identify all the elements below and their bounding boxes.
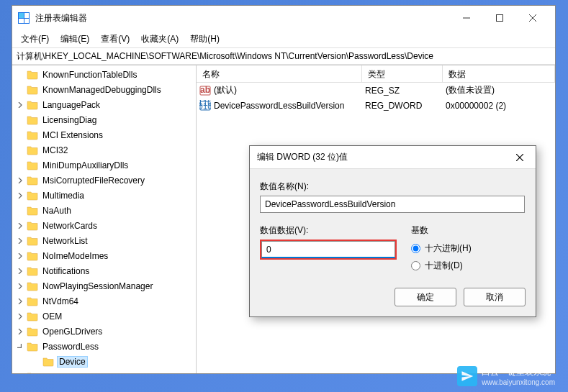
tree-item-label: KnownManagedDebuggingDlls — [41, 84, 163, 96]
tree-item-label: MsiCorruptedFileRecovery — [41, 175, 146, 186]
tree-item[interactable]: MiniDumpAuxiliaryDlls — [12, 158, 196, 173]
tree-item-label: NetworkCards — [41, 220, 99, 232]
tree-item[interactable]: Notifications — [12, 263, 196, 278]
tree-item-label: MCI Extensions — [41, 129, 104, 141]
tree-item[interactable]: Device — [12, 354, 196, 369]
tree-item[interactable]: NtVdm64 — [12, 293, 196, 309]
dialog-body: 数值名称(N): 数值数据(V): 基数 十六进制(H) 十进制(D) — [250, 169, 536, 288]
tree-item[interactable]: NetworkList — [12, 233, 196, 248]
tree-item[interactable]: PasswordLess — [12, 339, 196, 354]
tree-item[interactable]: PeerDist — [12, 369, 196, 373]
maximize-button[interactable] — [483, 7, 516, 29]
radio-dec[interactable]: 十进制(D) — [411, 257, 526, 274]
radio-hex-input[interactable] — [411, 244, 420, 253]
tree-item[interactable]: NowPlayingSessionManager — [12, 278, 196, 293]
tree-item-label: NtVdm64 — [41, 296, 80, 307]
tree-item[interactable]: NaAuth — [12, 203, 196, 218]
watermark: 白云一键重装系统 www.baiyunxitong.com — [457, 366, 555, 386]
cell-type: REG_DWORD — [362, 101, 443, 111]
list-body: ab(默认)REG_SZ(数值未设置)110010DevicePasswordL… — [197, 83, 555, 113]
app-icon — [18, 12, 30, 24]
ok-button[interactable]: 确定 — [395, 288, 456, 306]
tree-item[interactable]: KnownManagedDebuggingDlls — [12, 82, 196, 97]
cell-type: REG_SZ — [362, 86, 443, 96]
close-button[interactable] — [516, 7, 549, 29]
list-row[interactable]: ab(默认)REG_SZ(数值未设置) — [197, 83, 555, 98]
tree-item[interactable]: MsiCorruptedFileRecovery — [12, 173, 196, 188]
minimize-button[interactable] — [450, 7, 483, 29]
data-label: 数值数据(V): — [260, 224, 397, 237]
cell-data: (数值未设置) — [443, 84, 555, 96]
radio-dec-input[interactable] — [411, 261, 420, 270]
watermark-icon — [457, 366, 477, 386]
base-radio-group: 十六进制(H) 十进制(D) — [411, 240, 526, 274]
tree-item-label: Device — [57, 356, 88, 368]
tree-item[interactable]: LicensingDiag — [12, 112, 196, 127]
titlebar: 注册表编辑器 — [12, 6, 555, 30]
tree-item[interactable]: OEM — [12, 309, 196, 324]
tree-item-label: OEM — [41, 311, 63, 322]
cell-name: ab(默认) — [197, 84, 362, 96]
tree-item[interactable]: NetworkCards — [12, 218, 196, 233]
window-controls — [450, 7, 549, 29]
column-name[interactable]: 名称 — [197, 65, 362, 82]
tree-item-label: Notifications — [41, 265, 91, 277]
dialog-title: 编辑 DWORD (32 位)值 — [257, 151, 511, 163]
svg-rect-1 — [497, 15, 503, 22]
name-input[interactable] — [260, 196, 525, 213]
tree-panel[interactable]: KnownFunctionTableDllsKnownManagedDebugg… — [12, 65, 197, 373]
tree-item-label: MiniDumpAuxiliaryDlls — [41, 160, 130, 171]
address-path: 计算机\HKEY_LOCAL_MACHINE\SOFTWARE\Microsof… — [17, 50, 433, 63]
dialog-titlebar[interactable]: 编辑 DWORD (32 位)值 — [250, 146, 536, 169]
tree-item[interactable]: NoImeModeImes — [12, 248, 196, 263]
tree-item[interactable]: MCI32 — [12, 142, 196, 158]
dialog-buttons: 确定 取消 — [250, 288, 536, 316]
menu-view[interactable]: 查看(V) — [95, 31, 135, 47]
svg-text:ab: ab — [200, 85, 210, 95]
list-row[interactable]: 110010DevicePasswordLessBuildVersionREG_… — [197, 98, 555, 113]
tree-item-label: KnownFunctionTableDlls — [41, 69, 138, 81]
tree-item[interactable]: MCI Extensions — [12, 127, 196, 142]
tree-item[interactable]: Multimedia — [12, 188, 196, 203]
list-header: 名称 类型 数据 — [197, 65, 555, 83]
tree-item-label: NowPlayingSessionManager — [41, 281, 154, 292]
tree-item-label: NaAuth — [41, 205, 73, 216]
tree-item-label: LanguagePack — [41, 99, 102, 111]
menu-help[interactable]: 帮助(H) — [184, 31, 225, 47]
tree-item[interactable]: LanguagePack — [12, 97, 196, 112]
name-label: 数值名称(N): — [260, 181, 526, 193]
dialog-close-button[interactable] — [511, 149, 528, 166]
radio-hex[interactable]: 十六进制(H) — [411, 240, 526, 257]
tree-item[interactable]: OpenGLDrivers — [12, 324, 196, 339]
tree-item-label: LicensingDiag — [41, 114, 98, 126]
tree-item-label: OpenGLDrivers — [41, 326, 104, 337]
column-type[interactable]: 类型 — [362, 65, 443, 82]
base-label: 基数 — [411, 224, 526, 237]
menu-edit[interactable]: 编辑(E) — [55, 31, 95, 47]
edit-dword-dialog: 编辑 DWORD (32 位)值 数值名称(N): 数值数据(V): 基数 十六… — [249, 145, 536, 317]
tree-item-label: PasswordLess — [41, 341, 100, 352]
svg-text:010: 010 — [199, 101, 211, 111]
tree-item-label: NoImeModeImes — [41, 250, 109, 262]
watermark-text: 白云一键重装系统 — [482, 366, 555, 378]
menubar: 文件(F) 编辑(E) 查看(V) 收藏夹(A) 帮助(H) — [12, 30, 555, 47]
data-input[interactable] — [261, 241, 395, 258]
window-title: 注册表编辑器 — [35, 12, 450, 24]
tree-item-label: NetworkList — [41, 235, 89, 247]
address-bar[interactable]: 计算机\HKEY_LOCAL_MACHINE\SOFTWARE\Microsof… — [12, 47, 555, 65]
cell-name: 110010DevicePasswordLessBuildVersion — [197, 100, 362, 111]
tree-item[interactable]: KnownFunctionTableDlls — [12, 67, 196, 82]
cell-data: 0x00000002 (2) — [443, 101, 555, 111]
watermark-url: www.baiyunxitong.com — [482, 378, 555, 386]
column-data[interactable]: 数据 — [443, 65, 555, 82]
tree-item-label: Multimedia — [41, 190, 86, 201]
data-input-highlight — [260, 240, 397, 260]
tree-item-label: PeerDist — [41, 371, 77, 374]
tree-item-label: MCI32 — [41, 145, 69, 156]
menu-file[interactable]: 文件(F) — [15, 31, 55, 47]
menu-favorites[interactable]: 收藏夹(A) — [135, 31, 184, 47]
cancel-button[interactable]: 取消 — [464, 288, 526, 306]
